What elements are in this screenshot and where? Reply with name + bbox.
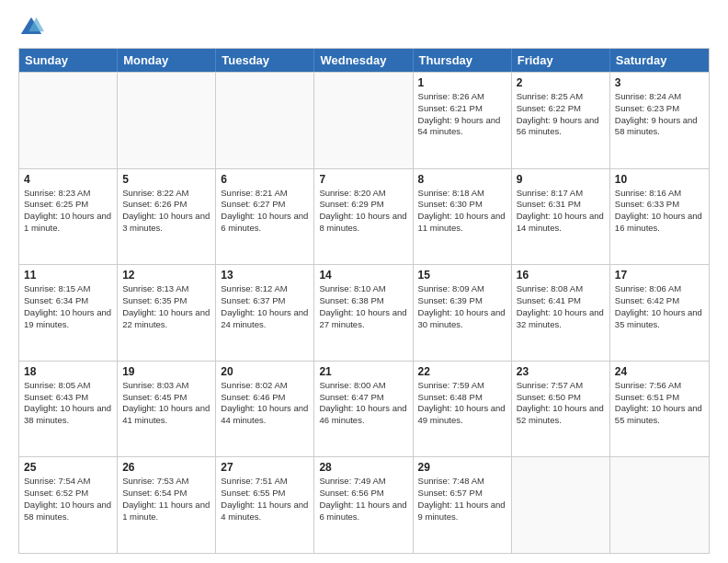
calendar-header-cell: Thursday [414, 49, 512, 72]
calendar: SundayMondayTuesdayWednesdayThursdayFrid… [18, 48, 710, 554]
day-number: 24 [615, 365, 704, 378]
day-info: Sunrise: 8:13 AM Sunset: 6:35 PM Dayligh… [122, 283, 210, 330]
day-info: Sunrise: 8:08 AM Sunset: 6:41 PM Dayligh… [517, 283, 605, 330]
calendar-header-cell: Tuesday [216, 49, 314, 72]
day-info: Sunrise: 8:17 AM Sunset: 6:31 PM Dayligh… [517, 188, 605, 235]
day-number: 18 [24, 365, 112, 378]
calendar-header-cell: Wednesday [314, 49, 413, 72]
page-header [18, 15, 710, 40]
day-number: 25 [24, 461, 112, 474]
logo-icon [18, 15, 44, 40]
day-number: 14 [319, 269, 407, 282]
day-number: 29 [418, 461, 506, 474]
day-info: Sunrise: 8:22 AM Sunset: 6:26 PM Dayligh… [122, 188, 210, 235]
day-number: 16 [517, 269, 605, 282]
calendar-header-cell: Sunday [19, 49, 118, 72]
logo [18, 15, 48, 40]
day-number: 28 [319, 461, 407, 474]
calendar-cell: 26Sunrise: 7:53 AM Sunset: 6:54 PM Dayli… [118, 457, 216, 553]
calendar-cell: 10Sunrise: 8:16 AM Sunset: 6:33 PM Dayli… [610, 169, 709, 265]
day-number: 10 [615, 173, 704, 186]
calendar-row: 25Sunrise: 7:54 AM Sunset: 6:52 PM Dayli… [19, 456, 709, 553]
calendar-header-row: SundayMondayTuesdayWednesdayThursdayFrid… [19, 49, 709, 72]
calendar-row: 1Sunrise: 8:26 AM Sunset: 6:21 PM Daylig… [19, 72, 709, 168]
calendar-cell: 27Sunrise: 7:51 AM Sunset: 6:55 PM Dayli… [216, 457, 314, 553]
day-number: 9 [517, 173, 605, 186]
calendar-cell: 17Sunrise: 8:06 AM Sunset: 6:42 PM Dayli… [610, 265, 709, 361]
day-info: Sunrise: 7:51 AM Sunset: 6:55 PM Dayligh… [221, 476, 309, 523]
day-number: 26 [122, 461, 210, 474]
day-info: Sunrise: 8:02 AM Sunset: 6:46 PM Dayligh… [221, 380, 309, 427]
day-number: 3 [615, 76, 704, 89]
day-number: 12 [122, 269, 210, 282]
day-number: 11 [24, 269, 112, 282]
calendar-cell: 22Sunrise: 7:59 AM Sunset: 6:48 PM Dayli… [414, 362, 512, 457]
day-info: Sunrise: 7:59 AM Sunset: 6:48 PM Dayligh… [418, 380, 506, 427]
day-info: Sunrise: 7:57 AM Sunset: 6:50 PM Dayligh… [517, 380, 605, 427]
day-info: Sunrise: 7:56 AM Sunset: 6:51 PM Dayligh… [615, 380, 704, 427]
day-number: 7 [319, 173, 407, 186]
calendar-cell: 7Sunrise: 8:20 AM Sunset: 6:29 PM Daylig… [314, 169, 413, 265]
calendar-header-cell: Saturday [610, 49, 709, 72]
day-info: Sunrise: 8:21 AM Sunset: 6:27 PM Dayligh… [221, 188, 309, 235]
day-number: 6 [221, 173, 309, 186]
day-number: 22 [418, 365, 506, 378]
day-info: Sunrise: 8:06 AM Sunset: 6:42 PM Dayligh… [615, 283, 704, 330]
day-number: 23 [517, 365, 605, 378]
calendar-row: 11Sunrise: 8:15 AM Sunset: 6:34 PM Dayli… [19, 264, 709, 361]
day-info: Sunrise: 8:20 AM Sunset: 6:29 PM Dayligh… [319, 188, 407, 235]
day-info: Sunrise: 7:54 AM Sunset: 6:52 PM Dayligh… [24, 476, 112, 523]
calendar-cell: 2Sunrise: 8:25 AM Sunset: 6:22 PM Daylig… [512, 73, 610, 168]
day-number: 1 [418, 76, 506, 89]
day-info: Sunrise: 8:05 AM Sunset: 6:43 PM Dayligh… [24, 380, 112, 427]
calendar-cell: 25Sunrise: 7:54 AM Sunset: 6:52 PM Dayli… [19, 457, 118, 553]
calendar-cell: 12Sunrise: 8:13 AM Sunset: 6:35 PM Dayli… [118, 265, 216, 361]
day-info: Sunrise: 8:12 AM Sunset: 6:37 PM Dayligh… [221, 283, 309, 330]
day-info: Sunrise: 8:09 AM Sunset: 6:39 PM Dayligh… [418, 283, 506, 330]
day-info: Sunrise: 7:49 AM Sunset: 6:56 PM Dayligh… [319, 476, 407, 523]
calendar-body: 1Sunrise: 8:26 AM Sunset: 6:21 PM Daylig… [19, 72, 709, 553]
calendar-cell: 16Sunrise: 8:08 AM Sunset: 6:41 PM Dayli… [512, 265, 610, 361]
calendar-cell: 24Sunrise: 7:56 AM Sunset: 6:51 PM Dayli… [610, 362, 709, 457]
calendar-cell: 3Sunrise: 8:24 AM Sunset: 6:23 PM Daylig… [610, 73, 709, 168]
calendar-cell: 23Sunrise: 7:57 AM Sunset: 6:50 PM Dayli… [512, 362, 610, 457]
day-number: 4 [24, 173, 112, 186]
day-number: 21 [319, 365, 407, 378]
calendar-cell [314, 73, 413, 168]
calendar-cell: 29Sunrise: 7:48 AM Sunset: 6:57 PM Dayli… [414, 457, 512, 553]
day-number: 27 [221, 461, 309, 474]
calendar-cell [118, 73, 216, 168]
calendar-cell: 15Sunrise: 8:09 AM Sunset: 6:39 PM Dayli… [414, 265, 512, 361]
day-info: Sunrise: 8:03 AM Sunset: 6:45 PM Dayligh… [122, 380, 210, 427]
calendar-cell: 21Sunrise: 8:00 AM Sunset: 6:47 PM Dayli… [314, 362, 413, 457]
day-number: 17 [615, 269, 704, 282]
day-info: Sunrise: 8:23 AM Sunset: 6:25 PM Dayligh… [24, 188, 112, 235]
day-info: Sunrise: 8:16 AM Sunset: 6:33 PM Dayligh… [615, 188, 704, 235]
day-number: 13 [221, 269, 309, 282]
day-info: Sunrise: 7:48 AM Sunset: 6:57 PM Dayligh… [418, 476, 506, 523]
day-info: Sunrise: 8:15 AM Sunset: 6:34 PM Dayligh… [24, 283, 112, 330]
calendar-cell: 6Sunrise: 8:21 AM Sunset: 6:27 PM Daylig… [216, 169, 314, 265]
calendar-cell [610, 457, 709, 553]
calendar-header-cell: Friday [512, 49, 610, 72]
calendar-cell: 28Sunrise: 7:49 AM Sunset: 6:56 PM Dayli… [314, 457, 413, 553]
calendar-cell: 11Sunrise: 8:15 AM Sunset: 6:34 PM Dayli… [19, 265, 118, 361]
day-info: Sunrise: 8:10 AM Sunset: 6:38 PM Dayligh… [319, 283, 407, 330]
day-info: Sunrise: 7:53 AM Sunset: 6:54 PM Dayligh… [122, 476, 210, 523]
day-info: Sunrise: 8:00 AM Sunset: 6:47 PM Dayligh… [319, 380, 407, 427]
calendar-header-cell: Monday [118, 49, 216, 72]
calendar-cell: 18Sunrise: 8:05 AM Sunset: 6:43 PM Dayli… [19, 362, 118, 457]
day-number: 20 [221, 365, 309, 378]
day-info: Sunrise: 8:18 AM Sunset: 6:30 PM Dayligh… [418, 188, 506, 235]
calendar-cell: 19Sunrise: 8:03 AM Sunset: 6:45 PM Dayli… [118, 362, 216, 457]
calendar-cell: 14Sunrise: 8:10 AM Sunset: 6:38 PM Dayli… [314, 265, 413, 361]
calendar-cell: 4Sunrise: 8:23 AM Sunset: 6:25 PM Daylig… [19, 169, 118, 265]
day-info: Sunrise: 8:26 AM Sunset: 6:21 PM Dayligh… [418, 91, 506, 138]
calendar-cell [512, 457, 610, 553]
day-number: 15 [418, 269, 506, 282]
calendar-cell [216, 73, 314, 168]
calendar-cell: 13Sunrise: 8:12 AM Sunset: 6:37 PM Dayli… [216, 265, 314, 361]
day-number: 8 [418, 173, 506, 186]
day-number: 5 [122, 173, 210, 186]
calendar-cell: 8Sunrise: 8:18 AM Sunset: 6:30 PM Daylig… [414, 169, 512, 265]
